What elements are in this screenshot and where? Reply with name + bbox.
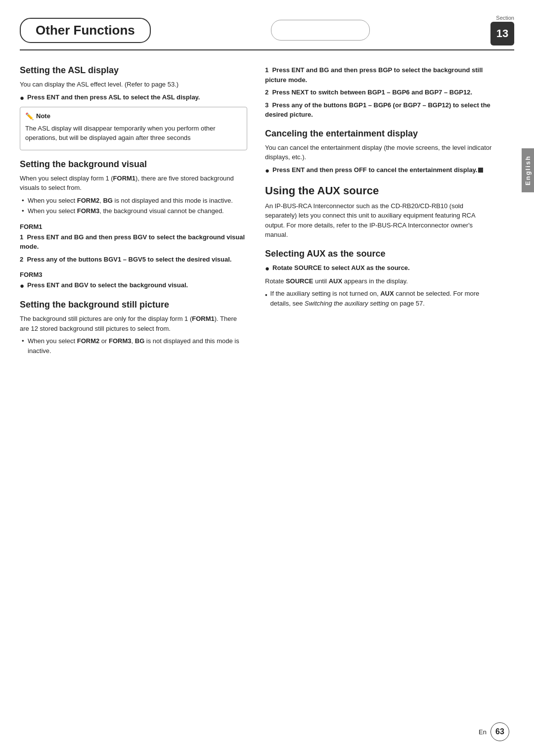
section-title: Other Functions	[20, 18, 151, 43]
form1-step1: 1 Press ENT and BG and then press BGV to…	[20, 232, 247, 252]
asl-display-body: You can display the ASL effect level. (R…	[20, 80, 247, 89]
bg-visual-bullets: When you select FORM2, BG is not display…	[20, 196, 247, 216]
asl-display-heading: Setting the ASL display	[20, 65, 247, 76]
form3-bullet-text: Press ENT and BGV to select the backgrou…	[27, 280, 188, 290]
footer-en-label: En	[479, 728, 487, 736]
header-divider-box	[271, 20, 370, 41]
select-aux-heading: Selecting AUX as the source	[265, 249, 492, 259]
circle-bullet-icon: ●	[20, 92, 24, 103]
bgp-step1: 1 Press ENT and BG and then press BGP to…	[265, 65, 492, 85]
form1-step2: 2 Press any of the buttons BGV1 – BGV5 t…	[20, 255, 247, 265]
aux-source-body: An IP-BUS-RCA Interconnector such as the…	[265, 201, 492, 240]
form3-bullet: ● Press ENT and BGV to select the backgr…	[20, 280, 247, 291]
form1-label: FORM1	[20, 223, 247, 230]
form3-label: FORM3	[20, 271, 247, 278]
cancel-ent-bullet-text: Press ENT and then press OFF to cancel t…	[272, 165, 483, 175]
bg-visual-bullet-1: When you select FORM2, BG is not display…	[20, 196, 247, 206]
language-label: English	[522, 148, 534, 192]
asl-note-label: Note	[36, 111, 50, 121]
asl-note-title: ✏️ Note	[25, 111, 242, 122]
select-aux-sq-bullet: ▪ If the auxiliary setting is not turned…	[265, 289, 492, 308]
section-number: 13	[490, 22, 514, 45]
select-aux-bullet1-text: Rotate SOURCE to select AUX as the sourc…	[272, 263, 410, 273]
circle-bullet-icon-2: ●	[20, 280, 24, 291]
bg-visual-heading: Setting the background visual	[20, 159, 247, 170]
left-column: Setting the ASL display You can display …	[20, 65, 247, 358]
cancel-ent-bullet: ● Press ENT and then press OFF to cancel…	[265, 165, 492, 176]
section-number-area: Section 13	[490, 15, 514, 45]
cancel-ent-heading: Canceling the entertainment display	[265, 129, 492, 139]
page-number: 63	[490, 722, 509, 741]
page-header: Other Functions Section 13	[20, 15, 514, 50]
aux-source-heading: Using the AUX source	[265, 184, 492, 197]
circle-bullet-icon-4: ●	[265, 263, 269, 273]
page-footer: En 63	[479, 722, 509, 741]
sq-bullet-icon: ▪	[265, 290, 267, 300]
asl-note-box: ✏️ Note The ASL display will disappear t…	[20, 107, 247, 150]
select-aux-body1: Rotate SOURCE until AUX appears in the d…	[265, 276, 492, 286]
bg-still-heading: Setting the background still picture	[20, 300, 247, 310]
bg-visual-bullet-2: When you select FORM3, the background vi…	[20, 206, 247, 216]
bg-still-body: The background still pictures are only f…	[20, 314, 247, 333]
bg-still-bullets: When you select FORM2 or FORM3, BG is no…	[20, 336, 247, 356]
select-aux-sq-text: If the auxiliary setting is not turned o…	[270, 289, 492, 308]
stop-icon	[478, 168, 483, 173]
note-icon: ✏️	[25, 111, 34, 122]
asl-display-bullet-text: Press ENT and then press ASL to select t…	[27, 92, 200, 102]
bg-visual-body: When you select display form 1 (FORM1), …	[20, 174, 247, 193]
circle-bullet-icon-3: ●	[265, 165, 269, 176]
bgp-step2: 2 Press NEXT to switch between BGP1 – BG…	[265, 88, 492, 97]
asl-note-body: The ASL display will disappear temporari…	[25, 124, 242, 143]
bg-still-bullet-1: When you select FORM2 or FORM3, BG is no…	[20, 336, 247, 356]
asl-display-bullet: ● Press ENT and then press ASL to select…	[20, 92, 247, 103]
right-column: 1 Press ENT and BG and then press BGP to…	[265, 65, 492, 358]
select-aux-bullet1: ● Rotate SOURCE to select AUX as the sou…	[265, 263, 492, 273]
cancel-ent-body: You can cancel the entertainment display…	[265, 143, 492, 162]
bgp-step3: 3 Press any of the buttons BGP1 – BGP6 (…	[265, 100, 492, 120]
main-content: Setting the ASL display You can display …	[20, 65, 514, 358]
section-label: Section	[490, 15, 514, 21]
